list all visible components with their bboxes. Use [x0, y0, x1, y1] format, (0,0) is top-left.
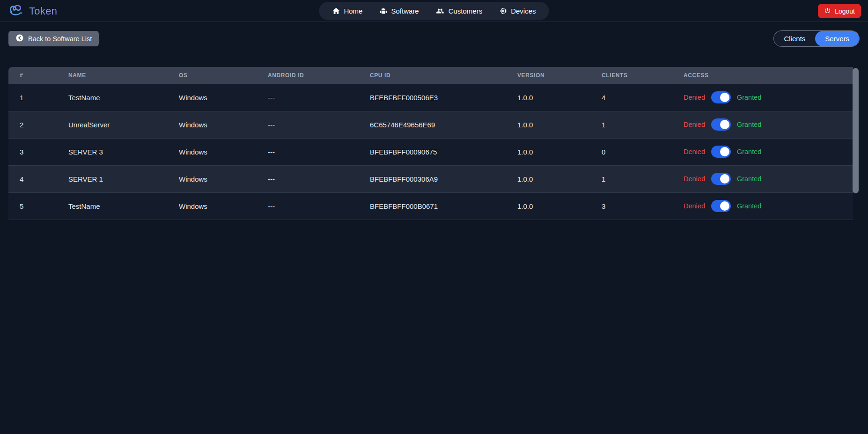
cell-name: TestName: [57, 84, 168, 111]
cell-android-id: ---: [257, 84, 359, 111]
cell-name: TestName: [57, 192, 168, 220]
nav-item-label: Devices: [511, 7, 536, 15]
cell-index: 5: [8, 192, 57, 220]
back-button-label: Back to Software List: [28, 35, 92, 43]
nav-item-customers[interactable]: Customers: [436, 7, 483, 15]
nav-item-home[interactable]: Home: [332, 7, 362, 15]
chip-icon: [499, 7, 507, 15]
cell-clients: 4: [590, 84, 672, 111]
access-toggle[interactable]: [711, 146, 731, 158]
nav-item-label: Customers: [449, 7, 483, 15]
circle-arrow-left-icon: [15, 34, 24, 44]
col-header-cpu-id: CPU ID: [359, 67, 506, 84]
toggle-knob: [720, 201, 729, 211]
col-header-access: ACCESS: [672, 67, 853, 84]
access-toggle[interactable]: [711, 91, 731, 103]
cell-android-id: ---: [257, 165, 359, 192]
main-nav: Home Software Customers Devices: [319, 2, 549, 20]
toggle-knob: [720, 174, 729, 184]
back-to-software-list-button[interactable]: Back to Software List: [8, 31, 99, 46]
denied-label: Denied: [684, 94, 705, 101]
cell-os: Windows: [168, 84, 257, 111]
cell-clients: 0: [590, 138, 672, 165]
cell-index: 2: [8, 111, 57, 138]
cell-cpu-id: BFEBFBFF000B0671: [359, 192, 506, 220]
col-header-name: NAME: [57, 67, 168, 84]
cell-access: Denied Granted: [672, 84, 853, 111]
cell-clients: 1: [590, 111, 672, 138]
access-toggle[interactable]: [711, 118, 731, 131]
clients-servers-toggle: Clients Servers: [773, 30, 860, 47]
cell-access: Denied Granted: [672, 165, 853, 192]
cell-android-id: ---: [257, 138, 359, 165]
cell-os: Windows: [168, 165, 257, 192]
cell-access: Denied Granted: [672, 111, 853, 138]
cell-name: SERVER 1: [57, 165, 168, 192]
navbar: Token Home Software Customers Devices: [0, 0, 868, 22]
cell-access: Denied Granted: [672, 192, 853, 220]
denied-label: Denied: [684, 175, 705, 183]
table-header: # NAME OS ANDROID ID CPU ID VERSION CLIE…: [8, 67, 853, 84]
cell-access: Denied Granted: [672, 138, 853, 165]
cell-index: 1: [8, 84, 57, 111]
cell-version: 1.0.0: [506, 192, 590, 220]
cell-cpu-id: BFEBFBFF000506E3: [359, 84, 506, 111]
brand-name: Token: [29, 5, 57, 17]
nav-item-label: Software: [391, 7, 419, 15]
cell-os: Windows: [168, 111, 257, 138]
nav-item-devices[interactable]: Devices: [499, 7, 536, 15]
cell-name: UnrealServer: [57, 111, 168, 138]
granted-label: Granted: [737, 148, 761, 155]
access-toggle[interactable]: [711, 173, 731, 185]
people-icon: [436, 7, 445, 15]
denied-label: Denied: [684, 121, 705, 128]
nav-item-software[interactable]: Software: [379, 7, 419, 15]
col-header-android-id: ANDROID ID: [257, 67, 359, 84]
cell-version: 1.0.0: [506, 84, 590, 111]
granted-label: Granted: [737, 202, 761, 210]
logout-button[interactable]: Logout: [818, 4, 861, 18]
android-icon: [379, 7, 387, 15]
brand-logo[interactable]: Token: [7, 2, 57, 20]
page: { "brand": { "name": "Token" }, "nav": {…: [0, 0, 868, 434]
access-toggle[interactable]: [711, 200, 731, 212]
col-header-clients: CLIENTS: [590, 67, 672, 84]
cell-version: 1.0.0: [506, 111, 590, 138]
toggle-knob: [720, 147, 729, 156]
cell-os: Windows: [168, 192, 257, 220]
cell-index: 4: [8, 165, 57, 192]
toggle-knob: [720, 93, 729, 102]
nav-item-label: Home: [344, 7, 362, 15]
table-body: 1 TestName Windows --- BFEBFBFF000506E3 …: [8, 84, 853, 220]
token-swirl-icon: [7, 2, 24, 20]
tab-clients[interactable]: Clients: [774, 31, 815, 46]
servers-table-container: # NAME OS ANDROID ID CPU ID VERSION CLIE…: [8, 67, 860, 224]
cell-version: 1.0.0: [506, 138, 590, 165]
denied-label: Denied: [684, 148, 705, 155]
col-header-version: VERSION: [506, 67, 590, 84]
cell-android-id: ---: [257, 192, 359, 220]
granted-label: Granted: [737, 94, 761, 101]
logout-label: Logout: [835, 7, 855, 15]
cell-clients: 3: [590, 192, 672, 220]
cell-android-id: ---: [257, 111, 359, 138]
cell-index: 3: [8, 138, 57, 165]
tab-servers[interactable]: Servers: [815, 31, 859, 46]
table-row: 1 TestName Windows --- BFEBFBFF000506E3 …: [8, 84, 853, 111]
vertical-scrollbar-thumb[interactable]: [853, 68, 859, 193]
cell-name: SERVER 3: [57, 138, 168, 165]
cell-cpu-id: 6C65746E49656E69: [359, 111, 506, 138]
granted-label: Granted: [737, 121, 761, 128]
home-icon: [332, 7, 340, 15]
denied-label: Denied: [684, 202, 705, 210]
cell-cpu-id: BFEBFBFF00090675: [359, 138, 506, 165]
toggle-knob: [720, 120, 729, 129]
cell-os: Windows: [168, 138, 257, 165]
cell-cpu-id: BFEBFBFF000306A9: [359, 165, 506, 192]
table-row: 4 SERVER 1 Windows --- BFEBFBFF000306A9 …: [8, 165, 853, 192]
cell-clients: 1: [590, 165, 672, 192]
table-row: 3 SERVER 3 Windows --- BFEBFBFF00090675 …: [8, 138, 853, 165]
cell-version: 1.0.0: [506, 165, 590, 192]
table-row: 2 UnrealServer Windows --- 6C65746E49656…: [8, 111, 853, 138]
col-header-index: #: [8, 67, 57, 84]
